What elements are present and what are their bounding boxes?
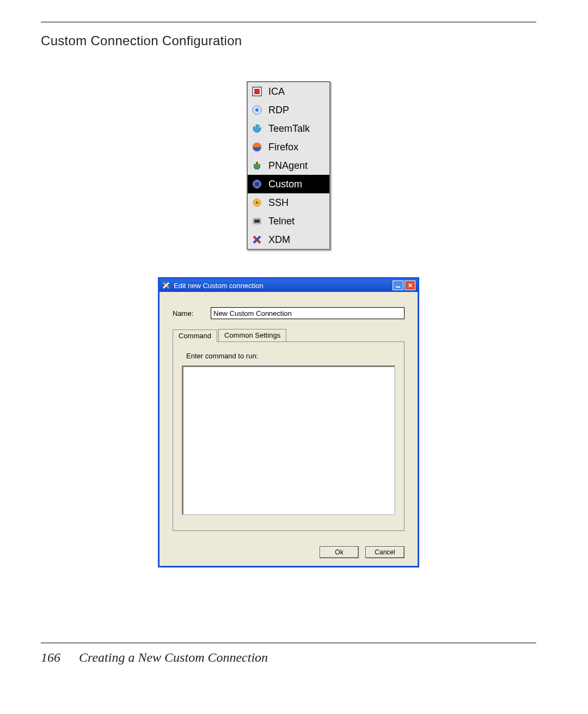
svg-point-18 xyxy=(256,202,259,204)
dialog-buttons: Ok Cancel xyxy=(173,546,405,558)
name-row: Name: xyxy=(173,307,405,319)
svg-rect-25 xyxy=(396,286,400,288)
menu-item-firefox[interactable]: Firefox xyxy=(248,138,329,156)
page-number: 166 xyxy=(41,650,60,664)
xdm-icon xyxy=(251,234,263,246)
svg-point-12 xyxy=(255,182,259,186)
ssh-icon xyxy=(251,197,263,209)
xlogo-icon xyxy=(162,281,170,290)
tabs: Command Common Settings xyxy=(173,329,405,341)
menu-label: ICA xyxy=(268,86,326,97)
custom-icon xyxy=(251,178,263,190)
tab-label: Common Settings xyxy=(224,331,280,339)
menu-label: TeemTalk xyxy=(268,123,326,135)
dialog-container: Edit new Custom connection ✕ Name: Comma… xyxy=(158,277,419,567)
svg-point-5 xyxy=(254,125,256,127)
teemtalk-icon xyxy=(251,123,263,135)
tab-common-settings[interactable]: Common Settings xyxy=(218,329,286,341)
svg-rect-1 xyxy=(254,89,260,94)
titlebar[interactable]: Edit new Custom connection ✕ xyxy=(160,279,418,292)
menu-item-xdm[interactable]: XDM xyxy=(248,230,329,249)
rdp-icon xyxy=(251,104,263,116)
menu-item-ica[interactable]: ICA xyxy=(248,82,329,101)
svg-rect-10 xyxy=(255,168,259,169)
telnet-icon xyxy=(251,215,263,227)
menu-item-ssh[interactable]: SSH xyxy=(248,193,329,212)
cancel-button[interactable]: Cancel xyxy=(365,546,405,558)
ica-icon xyxy=(251,86,263,97)
tab-command[interactable]: Command xyxy=(173,329,217,342)
svg-rect-8 xyxy=(254,164,260,168)
name-input[interactable] xyxy=(211,307,405,319)
menu-item-pnagent[interactable]: PNAgent xyxy=(248,156,329,175)
edit-custom-dialog: Edit new Custom connection ✕ Name: Comma… xyxy=(158,277,419,567)
svg-point-6 xyxy=(259,126,261,128)
chapter-title: Creating a New Custom Connection xyxy=(79,650,268,664)
menu-item-teemtalk[interactable]: TeemTalk xyxy=(248,119,329,138)
menu-label: SSH xyxy=(268,197,326,209)
menu-label: XDM xyxy=(268,234,326,246)
command-hint: Enter command to run: xyxy=(186,352,395,360)
menu-item-rdp[interactable]: RDP xyxy=(248,101,329,119)
connection-menu: ICA RDP TeemTalk Firefox PNAgent xyxy=(247,81,330,250)
footer: 166 Creating a New Custom Connection xyxy=(41,650,268,665)
header-rule xyxy=(41,22,536,22)
footer-rule xyxy=(41,643,536,643)
menu-item-custom[interactable]: Custom xyxy=(248,175,329,193)
tab-panel-command: Enter command to run: xyxy=(173,341,405,531)
menu-label: Custom xyxy=(268,179,326,190)
menu-label: Telnet xyxy=(268,216,326,227)
dialog-title: Edit new Custom connection xyxy=(174,282,393,290)
minimize-button[interactable] xyxy=(393,280,403,290)
svg-point-3 xyxy=(255,108,259,112)
menu-label: RDP xyxy=(268,105,326,116)
close-button[interactable]: ✕ xyxy=(405,280,415,290)
svg-rect-20 xyxy=(254,219,260,223)
svg-rect-9 xyxy=(256,162,258,164)
ok-button[interactable]: Ok xyxy=(320,546,359,558)
tab-label: Command xyxy=(179,332,211,340)
page: Custom Connection Configuration ICA RDP … xyxy=(0,0,588,714)
firefox-icon xyxy=(251,141,263,153)
pnagent-icon xyxy=(251,160,263,172)
menu-item-telnet[interactable]: Telnet xyxy=(248,212,329,230)
name-label: Name: xyxy=(173,309,211,318)
section-title: Custom Connection Configuration xyxy=(41,33,536,48)
menu-label: PNAgent xyxy=(268,160,326,172)
dialog-body: Name: Command Common Settings Enter comm… xyxy=(160,292,418,566)
command-textarea[interactable] xyxy=(182,365,395,515)
menu-label: Firefox xyxy=(268,142,326,153)
